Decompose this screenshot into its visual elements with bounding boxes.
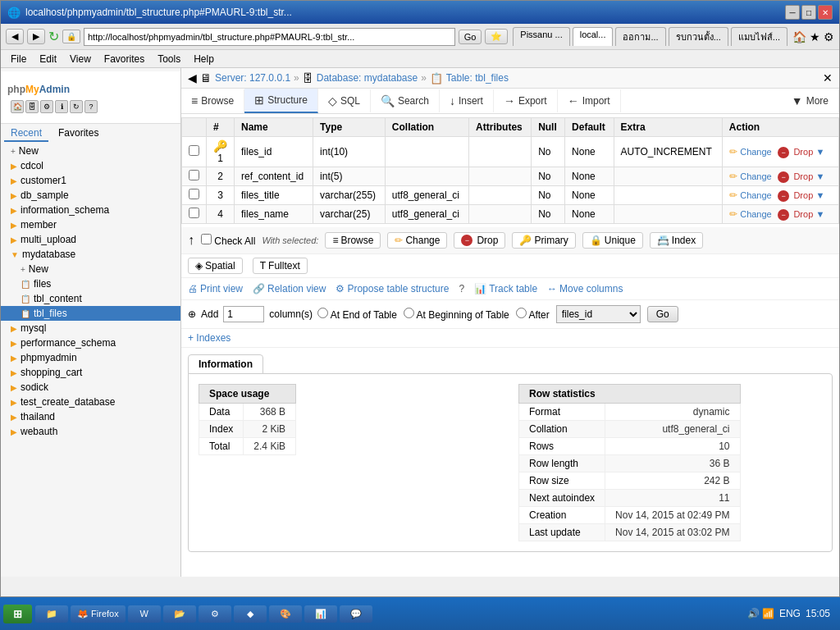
help-pma-icon[interactable]: ? xyxy=(84,100,98,113)
sidebar-item-info-schema[interactable]: ▶ information_schema xyxy=(1,203,180,217)
more-button[interactable]: ▼ More xyxy=(782,89,839,112)
sidebar-item-shopping-cart[interactable]: ▶ shopping_cart xyxy=(1,365,180,380)
sidebar-item-multi-upload[interactable]: ▶ multi_upload xyxy=(1,232,180,247)
at-end-radio[interactable] xyxy=(317,308,328,318)
sidebar-item-webauth[interactable]: ▶ webauth xyxy=(1,424,180,439)
go-button[interactable]: Go xyxy=(647,306,678,322)
add-column-count[interactable] xyxy=(223,306,264,322)
menu-help[interactable]: Help xyxy=(187,52,221,66)
bookmark-icon[interactable]: ★ xyxy=(810,30,820,43)
reload-pma-icon[interactable]: ↻ xyxy=(70,100,83,113)
sidebar-item-phpmyadmin[interactable]: ▶ phpmyadmin xyxy=(1,350,180,365)
menu-favorites[interactable]: Favorites xyxy=(98,52,151,66)
row3-checkbox[interactable] xyxy=(182,186,207,205)
search-button[interactable]: 🔍 Search xyxy=(371,89,440,112)
settings-icon[interactable]: ⚙ xyxy=(824,30,834,43)
taskbar-item-app4[interactable]: 📊 xyxy=(304,605,337,623)
sidebar-item-mydatabase[interactable]: ▼ mydatabase xyxy=(1,247,180,262)
sidebar-tab-favorites[interactable]: Favorites xyxy=(52,126,105,142)
row4-checkbox[interactable] xyxy=(182,205,207,224)
close-content-icon[interactable]: ✕ xyxy=(823,71,833,84)
sidebar-item-new-top[interactable]: + New xyxy=(1,144,180,158)
sidebar-item-thailand[interactable]: ▶ thailand xyxy=(1,409,180,424)
drop-link-row3[interactable]: Drop xyxy=(793,190,813,200)
taskbar-item-explorer[interactable]: 📁 xyxy=(35,605,68,623)
at-beginning-radio[interactable] xyxy=(404,308,414,318)
export-button[interactable]: → Export xyxy=(494,89,558,112)
home-icon[interactable]: 🏠 xyxy=(792,30,806,43)
menu-edit[interactable]: Edit xyxy=(33,52,63,66)
propose-structure-link[interactable]: ⚙ Propose table structure xyxy=(336,283,449,294)
taskbar-item-app2[interactable]: ◆ xyxy=(234,605,267,623)
maximize-button[interactable]: □ xyxy=(801,5,816,20)
insert-button[interactable]: ↓ Insert xyxy=(440,89,494,112)
taskbar-item-app3[interactable]: 🎨 xyxy=(269,605,302,623)
primary-button[interactable]: 🔑 Primary xyxy=(512,232,575,249)
relation-view-link[interactable]: 🔗 Relation view xyxy=(253,283,326,294)
sidebar-item-perf-schema[interactable]: ▶ performance_schema xyxy=(1,336,180,350)
start-button[interactable]: ⊞ xyxy=(3,605,32,623)
tab-ookam[interactable]: ออกาม... xyxy=(615,27,665,46)
browse-button[interactable]: ≡ Browse xyxy=(181,89,244,112)
more-link-row4[interactable]: ▼ xyxy=(816,209,825,219)
sidebar-item-member[interactable]: ▶ member xyxy=(1,217,180,232)
tab-robkuan[interactable]: รบกวนตั้ง... xyxy=(669,27,728,46)
address-bar[interactable]: http://localhost/phpmyadmin/tbl_structur… xyxy=(84,28,455,46)
star-button[interactable]: ⭐ xyxy=(485,29,508,44)
row2-checkbox[interactable] xyxy=(182,167,207,186)
print-view-link[interactable]: 🖨 Print view xyxy=(188,283,243,294)
drop-selected-button[interactable]: − Drop xyxy=(454,232,505,249)
info-pma-icon[interactable]: ℹ xyxy=(55,100,68,113)
unique-button[interactable]: 🔒 Unique xyxy=(582,232,643,249)
back-content-icon[interactable]: ◀ xyxy=(188,71,197,84)
track-table-link[interactable]: 📊 Track table xyxy=(474,283,537,294)
drop-link-row2[interactable]: Drop xyxy=(793,171,813,181)
after-radio[interactable] xyxy=(516,308,527,318)
sql-button[interactable]: ◇ SQL xyxy=(318,89,371,112)
move-columns-link[interactable]: ↔ Move columns xyxy=(547,283,623,294)
change-link-row3[interactable]: Change xyxy=(740,190,772,200)
minimize-button[interactable]: ─ xyxy=(785,5,800,20)
taskbar-item-app1[interactable]: ⚙ xyxy=(199,605,231,623)
home-pma-icon[interactable]: 🏠 xyxy=(11,100,24,113)
taskbar-item-word[interactable]: W xyxy=(128,605,161,623)
menu-view[interactable]: View xyxy=(63,52,98,66)
change-link-row4[interactable]: Change xyxy=(740,209,772,219)
db-pma-icon[interactable]: 🗄 xyxy=(25,100,39,113)
drop-link-row1[interactable]: Drop xyxy=(793,147,813,157)
change-link-row1[interactable]: Change xyxy=(740,147,772,157)
sidebar-item-files[interactable]: 📋 files xyxy=(1,276,180,291)
sidebar-item-tbl-content[interactable]: 📋 tbl_content xyxy=(1,291,180,306)
check-all-checkbox[interactable] xyxy=(201,234,212,244)
breadcrumb-table[interactable]: Table: tbl_files xyxy=(446,72,509,84)
breadcrumb-database[interactable]: Database: mydatabase xyxy=(317,72,418,84)
go-button[interactable]: Go xyxy=(459,30,482,44)
taskbar-item-app5[interactable]: 💬 xyxy=(340,605,372,623)
change-link-row2[interactable]: Change xyxy=(740,171,772,181)
more-link-row1[interactable]: ▼ xyxy=(816,147,825,157)
settings-pma-icon[interactable]: ⚙ xyxy=(40,100,53,113)
taskbar-item-firefox[interactable]: 🦊 Firefox xyxy=(71,605,126,623)
sidebar-tab-recent[interactable]: Recent xyxy=(4,126,48,142)
sidebar-item-customer1[interactable]: ▶ customer1 xyxy=(1,173,180,188)
sidebar-item-new-mydatabase[interactable]: + New xyxy=(1,262,180,276)
refresh-button[interactable]: ↻ xyxy=(48,29,59,44)
forward-button[interactable]: ▶ xyxy=(27,29,45,44)
sidebar-item-tbl-files[interactable]: 📋 tbl_files xyxy=(1,306,180,321)
question-icon[interactable]: ? xyxy=(459,283,464,294)
sidebar-item-mysql[interactable]: ▶ mysql xyxy=(1,321,180,336)
row1-checkbox[interactable] xyxy=(182,137,207,167)
sidebar-item-cdcol[interactable]: ▶ cdcol xyxy=(1,158,180,173)
sidebar-item-sodick[interactable]: ▶ sodick xyxy=(1,380,180,395)
menu-file[interactable]: File xyxy=(4,52,33,66)
sidebar-item-db-sample[interactable]: ▶ db_sample xyxy=(1,188,180,203)
drop-link-row4[interactable]: Drop xyxy=(793,209,813,219)
spatial-button[interactable]: ◈ Spatial xyxy=(188,258,243,274)
import-button[interactable]: ← Import xyxy=(558,89,621,112)
tab-mapfiles[interactable]: แมบไฟส์... xyxy=(731,27,788,46)
index-button[interactable]: 📇 Index xyxy=(650,232,703,249)
browse-selected-button[interactable]: ≡ Browse xyxy=(325,232,381,249)
close-button[interactable]: ✕ xyxy=(818,5,833,20)
tab-local[interactable]: local... xyxy=(573,27,614,46)
change-selected-button[interactable]: ✏ Change xyxy=(387,232,447,249)
